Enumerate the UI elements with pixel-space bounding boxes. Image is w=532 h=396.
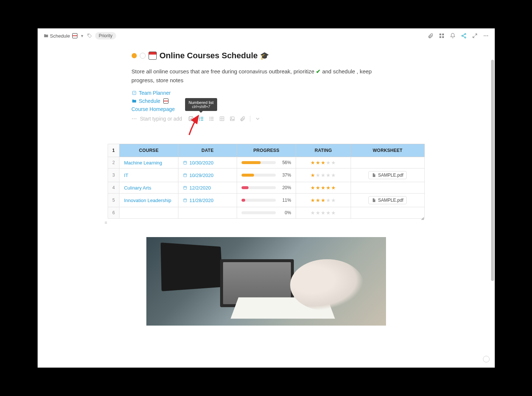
- cell-progress[interactable]: 56%: [237, 157, 296, 169]
- cell-rating[interactable]: ★★★★★: [296, 194, 351, 207]
- svg-point-10: [487, 35, 488, 36]
- svg-rect-1: [439, 34, 441, 35]
- folder-icon: [44, 33, 49, 38]
- table-resize-icon[interactable]: ◢: [421, 216, 424, 220]
- col-progress[interactable]: PROGRESS: [237, 144, 296, 157]
- cell-rating[interactable]: ★★★★★: [296, 157, 351, 169]
- col-rating[interactable]: RATING: [296, 144, 351, 157]
- cell-rating[interactable]: ★★★★★: [296, 169, 351, 182]
- link-schedule[interactable]: Schedule: [132, 98, 401, 104]
- cell-date[interactable]: 10/30/2020: [178, 157, 237, 169]
- hero-image: [146, 237, 386, 326]
- image-tool-icon[interactable]: [229, 116, 235, 122]
- cell-worksheet[interactable]: SAMPLE.pdf: [351, 169, 424, 182]
- cell-date[interactable]: 11/28/2020: [178, 194, 237, 207]
- cell-progress[interactable]: 0%: [237, 207, 296, 219]
- table-row[interactable]: 3IT10/29/202037%★★★★★SAMPLE.pdf: [108, 169, 424, 182]
- svg-rect-12: [189, 117, 193, 121]
- table-row[interactable]: 60%★★★★★: [108, 207, 424, 219]
- cell-progress[interactable]: 11%: [237, 194, 296, 207]
- drag-handle-icon[interactable]: ⋯: [132, 116, 137, 122]
- svg-point-18: [231, 118, 232, 118]
- feedback-emoji-button[interactable]: [483, 356, 490, 362]
- rownum-header: 1: [108, 144, 119, 157]
- svg-point-0: [88, 34, 89, 35]
- status-dot[interactable]: [132, 53, 137, 58]
- table-tool-icon[interactable]: [219, 116, 225, 122]
- svg-rect-20: [184, 174, 187, 177]
- table-row[interactable]: 4Culinary Arts12/2/202020%★★★★★: [108, 182, 424, 194]
- graduation-cap-icon: 🎓: [260, 52, 269, 60]
- page-title[interactable]: Online Courses Schedule 🎓: [160, 51, 270, 60]
- cell-worksheet[interactable]: SAMPLE.pdf: [351, 194, 424, 207]
- grid-icon[interactable]: [439, 33, 445, 39]
- cell-worksheet[interactable]: [351, 207, 424, 219]
- svg-rect-21: [184, 187, 187, 190]
- expand-icon[interactable]: [472, 33, 478, 39]
- checkmark-icon: ✔: [316, 68, 321, 74]
- cell-course[interactable]: Innovation Leadership: [119, 194, 178, 207]
- file-chip[interactable]: SAMPLE.pdf: [368, 171, 407, 179]
- link-team-planner[interactable]: Team Planner: [132, 90, 401, 96]
- attach-tool-icon[interactable]: [240, 116, 246, 122]
- editor-input-row[interactable]: Numbered list ctrl+shift+7 ⋯ Start typin…: [132, 116, 401, 122]
- description[interactable]: Store all online courses that are free d…: [132, 67, 375, 85]
- content-area: Online Courses Schedule 🎓 Store all onli…: [38, 44, 495, 368]
- cell-date[interactable]: [178, 207, 237, 219]
- cell-progress[interactable]: 37%: [237, 169, 296, 182]
- planner-icon: [132, 90, 137, 95]
- col-course[interactable]: COURSE: [119, 144, 178, 157]
- col-worksheet[interactable]: WORKSHEET: [351, 144, 424, 157]
- cell-course[interactable]: Machine Learning: [119, 157, 178, 169]
- cell-course[interactable]: IT: [119, 169, 178, 182]
- svg-rect-17: [230, 117, 234, 121]
- breadcrumb-dropdown[interactable]: ▼: [80, 34, 84, 38]
- schedule-table: 1 COURSE DATE PROGRESS RATING WORKSHEET …: [100, 144, 432, 219]
- col-date[interactable]: DATE: [178, 144, 237, 157]
- tag-icon[interactable]: [87, 33, 92, 38]
- calendar-emoji: [149, 52, 157, 60]
- svg-point-13: [210, 117, 210, 117]
- cell-worksheet[interactable]: [351, 182, 424, 194]
- cell-course[interactable]: Culinary Arts: [119, 182, 178, 194]
- cell-date[interactable]: 12/2/2020: [178, 182, 237, 194]
- cell-course[interactable]: [119, 207, 178, 219]
- editor-placeholder: Start typing or add: [140, 116, 182, 122]
- row-number: 2: [108, 157, 119, 169]
- share-icon[interactable]: [461, 33, 467, 39]
- more-icon[interactable]: [483, 33, 489, 39]
- more-tools-icon[interactable]: [255, 116, 261, 122]
- checkbox-tool-icon[interactable]: [188, 116, 194, 122]
- breadcrumb-folder[interactable]: Schedule: [44, 33, 77, 39]
- tag-pill-priority[interactable]: Priority: [95, 32, 116, 39]
- svg-rect-22: [184, 199, 187, 202]
- cell-date[interactable]: 10/29/2020: [178, 169, 237, 182]
- bullet-list-tool-icon[interactable]: [209, 116, 215, 122]
- link-course-homepage[interactable]: Course Homepage: [132, 106, 401, 112]
- row-number: 4: [108, 182, 119, 194]
- svg-point-14: [210, 118, 210, 119]
- topbar: Schedule ▼ Priority: [38, 28, 495, 44]
- app-window: Schedule ▼ Priority Online Courses Sched…: [38, 28, 495, 368]
- breadcrumb-label: Schedule: [50, 33, 70, 39]
- svg-rect-3: [439, 36, 441, 38]
- emoji-picker[interactable]: [140, 53, 146, 59]
- cell-rating[interactable]: ★★★★★: [296, 207, 351, 219]
- bell-icon[interactable]: [450, 33, 456, 39]
- scrollbar[interactable]: [491, 60, 494, 281]
- table-drag-icon[interactable]: ≡: [105, 220, 107, 225]
- cell-rating[interactable]: ★★★★★: [296, 182, 351, 194]
- row-number: 5: [108, 194, 119, 207]
- cell-worksheet[interactable]: [351, 157, 424, 169]
- tooltip-numbered-list: Numbered list ctrl+shift+7: [185, 98, 218, 111]
- table-row[interactable]: 5Innovation Leadership11/28/202011%★★★★★…: [108, 194, 424, 207]
- numbered-list-tool-icon[interactable]: [198, 116, 204, 122]
- table-row[interactable]: 2Machine Learning10/30/202056%★★★★★: [108, 157, 424, 169]
- attachment-icon[interactable]: [428, 33, 434, 39]
- svg-point-8: [484, 35, 484, 36]
- cell-progress[interactable]: 20%: [237, 182, 296, 194]
- title-row: Online Courses Schedule 🎓: [132, 51, 401, 60]
- file-chip[interactable]: SAMPLE.pdf: [368, 196, 407, 204]
- svg-rect-2: [442, 34, 444, 35]
- svg-point-9: [485, 35, 486, 36]
